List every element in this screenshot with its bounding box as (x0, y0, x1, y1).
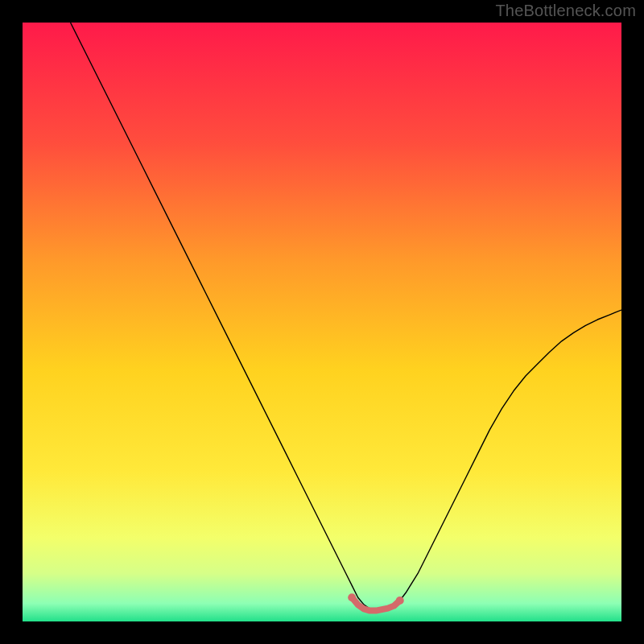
optimal-range-endpoint (396, 597, 404, 605)
chart-container: TheBottleneck.com (0, 0, 644, 644)
watermark-text: TheBottleneck.com (495, 2, 636, 20)
gradient-background (23, 23, 621, 621)
optimal-range-endpoint (348, 593, 356, 601)
bottleneck-chart (23, 23, 621, 621)
